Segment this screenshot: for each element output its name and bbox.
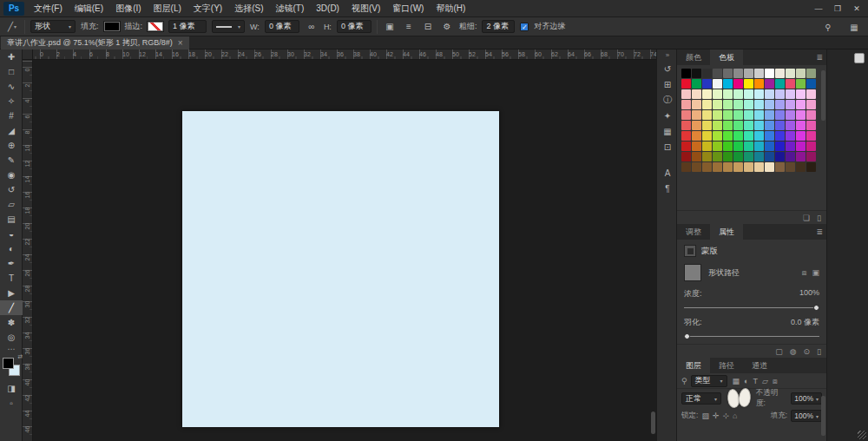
canvas-scrollbar[interactable] bbox=[651, 411, 655, 434]
color-swatch[interactable] bbox=[713, 121, 722, 130]
color-swatch[interactable] bbox=[744, 79, 753, 89]
color-swatch[interactable] bbox=[796, 131, 806, 141]
minimize-button[interactable]: — bbox=[809, 0, 828, 17]
color-swatch[interactable] bbox=[775, 142, 785, 151]
color-swatch[interactable] bbox=[733, 89, 743, 99]
mask-thumbnail[interactable] bbox=[684, 264, 701, 281]
color-swatch[interactable] bbox=[713, 69, 722, 78]
patterns-panel-icon[interactable]: ▦ bbox=[657, 123, 678, 139]
menu-item[interactable]: 文件(F) bbox=[28, 0, 69, 17]
color-swatch[interactable] bbox=[754, 131, 764, 141]
color-swatch[interactable] bbox=[765, 100, 774, 109]
menu-item[interactable]: 3D(D) bbox=[310, 0, 345, 17]
color-swatch[interactable] bbox=[786, 142, 795, 151]
libraries-panel-icon[interactable] bbox=[854, 53, 865, 63]
shape-tool[interactable]: ╱ bbox=[0, 300, 23, 315]
color-swatch[interactable] bbox=[692, 100, 701, 109]
paragraph-panel-icon[interactable]: ¶ bbox=[657, 181, 678, 196]
color-swatch[interactable] bbox=[806, 89, 816, 99]
path-operations-icon[interactable]: ▣ bbox=[383, 20, 397, 34]
filter-shape-layers-icon[interactable]: ▱ bbox=[762, 376, 768, 386]
healing-brush-tool[interactable]: ⊕ bbox=[0, 138, 23, 153]
color-swatch[interactable] bbox=[702, 100, 712, 109]
color-swatch[interactable] bbox=[775, 79, 785, 89]
crop-tool[interactable]: # bbox=[0, 109, 23, 123]
color-swatch[interactable] bbox=[702, 162, 712, 172]
menu-item[interactable]: 窗口(W) bbox=[386, 0, 430, 17]
color-swatch[interactable] bbox=[744, 142, 753, 151]
pen-tool[interactable]: ✒ bbox=[0, 256, 23, 271]
color-swatch[interactable] bbox=[806, 152, 816, 161]
color-swatch[interactable] bbox=[744, 121, 753, 130]
color-swatch[interactable] bbox=[775, 121, 785, 130]
menu-item[interactable]: 图层(L) bbox=[148, 0, 187, 17]
color-swatch[interactable] bbox=[754, 121, 764, 130]
color-swatch[interactable] bbox=[692, 121, 701, 130]
color-swatch[interactable] bbox=[692, 162, 701, 172]
opacity-input[interactable]: 100% ▾ bbox=[791, 392, 822, 405]
color-swatch[interactable] bbox=[786, 121, 795, 130]
color-swatch[interactable] bbox=[754, 162, 764, 172]
color-swatch[interactable] bbox=[733, 131, 743, 141]
color-swatch[interactable] bbox=[681, 100, 691, 109]
color-swatch[interactable] bbox=[765, 121, 774, 130]
feather-slider-knob[interactable] bbox=[684, 333, 690, 339]
color-swatch[interactable] bbox=[681, 79, 691, 89]
filter-smart-objects-icon[interactable]: ⧈ bbox=[773, 376, 778, 386]
quick-selection-tool[interactable]: ✧ bbox=[0, 94, 23, 109]
color-swatch[interactable] bbox=[713, 142, 722, 151]
hand-tool[interactable]: ✽ bbox=[0, 315, 23, 330]
marquee-tool[interactable]: □ bbox=[0, 64, 23, 79]
tool-preset-picker[interactable]: ╱ ▾ bbox=[5, 20, 19, 34]
tab-channels[interactable]: 通道 bbox=[743, 358, 776, 373]
styles-panel-icon[interactable]: ✦ bbox=[657, 108, 678, 123]
color-swatch[interactable] bbox=[713, 152, 722, 161]
tab-properties[interactable]: 属性 bbox=[710, 224, 743, 240]
color-swatch[interactable] bbox=[786, 89, 795, 99]
color-swatch[interactable] bbox=[681, 89, 691, 99]
toggle-mask-icon[interactable]: ⊙ bbox=[804, 346, 811, 357]
quick-mask-icon[interactable]: ◨ bbox=[0, 381, 23, 396]
color-swatch[interactable] bbox=[786, 152, 795, 161]
color-swatch[interactable] bbox=[796, 162, 806, 172]
clone-source-panel-icon[interactable]: ⊡ bbox=[657, 139, 678, 155]
color-swatch[interactable] bbox=[702, 79, 712, 89]
color-swatch[interactable] bbox=[786, 100, 795, 109]
color-swatch[interactable] bbox=[765, 162, 774, 172]
stroke-style-select[interactable]: ▾ bbox=[212, 20, 245, 33]
color-swatch[interactable] bbox=[723, 152, 733, 161]
color-swatch[interactable] bbox=[806, 110, 816, 120]
color-swatch[interactable] bbox=[775, 162, 785, 172]
swatches-scrollbar[interactable] bbox=[821, 70, 825, 121]
color-swatch[interactable] bbox=[702, 152, 712, 161]
menu-item[interactable]: 帮助(H) bbox=[430, 0, 471, 17]
menu-item[interactable]: 编辑(E) bbox=[69, 0, 109, 17]
apply-mask-icon[interactable]: ◍ bbox=[790, 346, 797, 357]
lasso-tool[interactable]: ∿ bbox=[0, 79, 23, 94]
color-swatch[interactable] bbox=[796, 69, 806, 78]
color-swatch[interactable] bbox=[713, 79, 722, 89]
add-mask-icon[interactable]: ▣ bbox=[812, 267, 819, 278]
color-swatch[interactable] bbox=[775, 69, 785, 78]
brush-tool[interactable]: ✎ bbox=[0, 153, 23, 168]
search-icon[interactable]: ⚲ bbox=[821, 20, 835, 34]
lock-transparent-icon[interactable]: ▨ bbox=[701, 411, 709, 421]
color-swatch[interactable] bbox=[744, 110, 753, 120]
color-swatch[interactable] bbox=[765, 79, 774, 89]
color-swatch[interactable] bbox=[733, 162, 743, 172]
eyedropper-tool[interactable]: ◢ bbox=[0, 123, 23, 138]
blend-mode-select[interactable]: 正常 ▾ bbox=[681, 392, 721, 405]
clone-stamp-tool[interactable]: ◉ bbox=[0, 168, 23, 182]
color-swatch[interactable] bbox=[796, 152, 806, 161]
color-swatch[interactable] bbox=[796, 89, 806, 99]
color-swatch[interactable] bbox=[733, 69, 743, 78]
stroke-color-swatch[interactable] bbox=[148, 22, 163, 31]
color-swatch[interactable] bbox=[786, 162, 795, 172]
color-swatch[interactable] bbox=[723, 121, 733, 130]
menu-item[interactable]: 图像(I) bbox=[109, 0, 147, 17]
tool-settings-gear-icon[interactable]: ⚙ bbox=[440, 20, 454, 34]
color-swatch[interactable] bbox=[681, 131, 691, 141]
color-swatch[interactable] bbox=[692, 152, 701, 161]
align-edges-checkbox[interactable]: ✓ bbox=[520, 23, 529, 31]
maximize-button[interactable]: ❐ bbox=[828, 0, 847, 17]
